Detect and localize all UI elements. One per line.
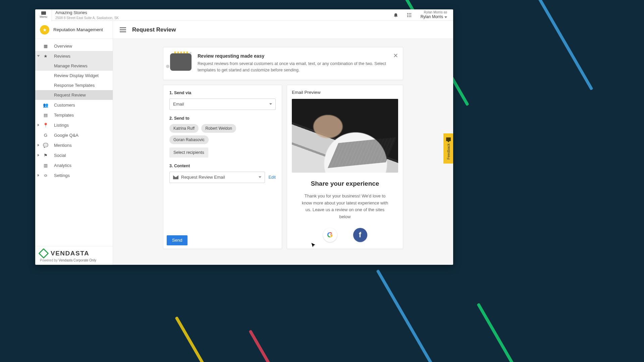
sidebar-item-response-templates[interactable]: Response Templates: [35, 80, 113, 90]
svg-point-4: [409, 14, 410, 15]
dashboard-icon: ▦: [43, 44, 49, 49]
business-name: Amazing Stories: [55, 10, 119, 16]
star-icon: ★: [40, 25, 49, 35]
svg-point-3: [407, 14, 408, 15]
product-header: ★ Reputation Management: [35, 21, 113, 39]
recipient-chip[interactable]: Katrina Ruff: [169, 124, 199, 133]
sidebar-item-label: Reviews: [54, 54, 70, 59]
svg-point-1: [409, 13, 410, 14]
sidebar-item-customers[interactable]: 👥 Customers: [35, 100, 113, 110]
preview-card: Email Preview Share your experience Than…: [287, 85, 403, 249]
sidebar-item-label: Request Review: [54, 93, 86, 98]
document-icon: ▤: [43, 113, 49, 118]
sidebar-item-google-qa[interactable]: G Google Q&A: [35, 130, 113, 140]
step1-label: 1. Send via: [169, 90, 276, 95]
sidebar-item-manage-reviews[interactable]: Manage Reviews: [35, 61, 113, 71]
business-address: 2508 8 Street East Suite A, Saskatoon, S…: [55, 16, 119, 20]
menu-label: Menu: [40, 15, 47, 18]
sidebar-nav: ▦ Overview ★ Reviews Manage Reviews Revi…: [35, 39, 113, 246]
preview-panel-title: Email Preview: [292, 90, 398, 95]
mail-icon: [173, 175, 178, 179]
svg-point-7: [409, 16, 410, 17]
notifications-icon[interactable]: [392, 12, 399, 18]
sidebar-item-overview[interactable]: ▦ Overview: [35, 41, 113, 51]
sidebar-item-label: Review Display Widget: [54, 73, 99, 78]
chat-icon: [446, 137, 451, 141]
edit-link[interactable]: Edit: [268, 175, 276, 180]
sidebar: ★ Reputation Management ▦ Overview ★ Rev…: [35, 21, 113, 265]
facebook-icon[interactable]: f: [353, 228, 367, 242]
google-icon: G: [43, 133, 49, 138]
menu-button[interactable]: Menu: [35, 9, 52, 21]
sidebar-item-label: Manage Reviews: [54, 63, 88, 68]
user-menu[interactable]: Rylan Morris as Rylan Morris: [421, 10, 448, 20]
sidebar-footer: VENDASTA Powered by Vendasta Corporate O…: [35, 246, 113, 265]
sidebar-item-templates[interactable]: ▤ Templates: [35, 110, 113, 120]
preview-heading: Share your experience: [292, 180, 398, 187]
google-icon[interactable]: G: [323, 228, 337, 242]
sidebar-item-reviews[interactable]: ★ Reviews: [35, 51, 113, 61]
hamburger-icon[interactable]: [120, 27, 126, 32]
send-via-select[interactable]: Email: [169, 99, 276, 110]
main-area: Request Review Review requesting made ea…: [113, 21, 453, 265]
chevron-down-icon: [259, 176, 261, 178]
topbar: Menu Amazing Stories 2508 8 Street East …: [35, 9, 453, 21]
sidebar-item-social[interactable]: ⚑ Social: [35, 150, 113, 160]
product-name: Reputation Management: [53, 27, 103, 32]
preview-hero-image: [292, 99, 398, 173]
send-via-value: Email: [173, 102, 184, 107]
intro-body: Request reviews from several customers a…: [198, 61, 396, 74]
page-title: Request Review: [132, 26, 176, 33]
business-info: Amazing Stories 2508 8 Street East Suite…: [55, 10, 119, 20]
app-window: Menu Amazing Stories 2508 8 Street East …: [35, 9, 453, 265]
recipient-chip[interactable]: Goran Rabasovic: [169, 135, 209, 144]
svg-point-0: [407, 13, 408, 14]
sidebar-item-settings[interactable]: ⛭ Settings: [35, 170, 113, 180]
sidebar-item-label: Mentions: [54, 143, 72, 148]
sidebar-item-review-display-widget[interactable]: Review Display Widget: [35, 71, 113, 80]
svg-point-6: [407, 16, 408, 17]
page-header: Request Review: [113, 21, 453, 39]
sidebar-item-request-review[interactable]: Request Review: [35, 90, 113, 100]
settings-icon: ⛭: [43, 173, 49, 178]
close-icon[interactable]: ✕: [393, 52, 398, 59]
sidebar-item-listings[interactable]: 📍 Listings: [35, 120, 113, 130]
sidebar-item-mentions[interactable]: 💬 Mentions: [35, 140, 113, 150]
chat-icon: 💬: [43, 143, 49, 148]
content-template-select[interactable]: Request Review Email: [169, 172, 265, 183]
analytics-icon: ▥: [43, 163, 49, 168]
step2-label: 2. Send to: [169, 116, 276, 121]
user-name: Rylan Morris: [421, 14, 443, 19]
recipient-chips: Katrina Ruff Robert Weldon Goran Rabasov…: [169, 124, 276, 144]
feedback-tab[interactable]: Feedback: [443, 133, 453, 164]
chevron-down-icon: [444, 16, 447, 18]
svg-point-2: [410, 13, 411, 14]
intro-card: Review requesting made easy Request revi…: [163, 47, 403, 80]
send-button[interactable]: Send: [167, 235, 187, 245]
form-card: 1. Send via Email 2. Send to Katrina Ruf…: [163, 85, 282, 249]
svg-point-8: [410, 16, 411, 17]
step3-label: 3. Content: [169, 164, 276, 168]
sidebar-item-analytics[interactable]: ▥ Analytics: [35, 160, 113, 170]
apps-icon[interactable]: [406, 12, 413, 18]
sidebar-item-label: Analytics: [54, 163, 71, 168]
panel-row: 1. Send via Email 2. Send to Katrina Ruf…: [163, 85, 403, 249]
brand-text: VENDASTA: [51, 250, 89, 257]
select-recipients-button[interactable]: Select recipients: [169, 147, 208, 158]
star-icon: ★: [43, 54, 49, 59]
sidebar-item-label: Response Templates: [54, 83, 95, 88]
sidebar-item-label: Settings: [54, 173, 70, 178]
preview-review-sites: G f: [292, 228, 398, 242]
sidebar-item-label: Overview: [54, 44, 72, 49]
intro-illustration: [170, 53, 192, 71]
flag-icon: ⚑: [43, 153, 49, 158]
sidebar-item-label: Listings: [54, 123, 69, 128]
svg-point-5: [410, 14, 411, 15]
people-icon: 👥: [43, 103, 49, 108]
powered-by: Powered by Vendasta Corporate Only: [40, 258, 108, 262]
sidebar-item-label: Customers: [54, 103, 75, 108]
brand-logo: VENDASTA: [40, 250, 108, 257]
recipient-chip[interactable]: Robert Weldon: [201, 124, 236, 133]
preview-body: Thank you for your business! We'd love t…: [292, 193, 398, 221]
sidebar-item-label: Social: [54, 153, 66, 158]
